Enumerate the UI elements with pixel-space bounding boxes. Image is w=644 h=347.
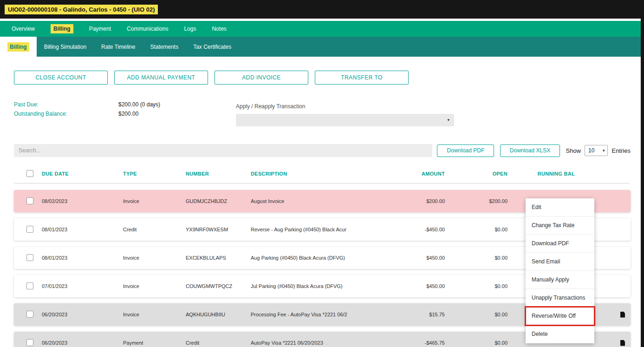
cell-open: $0.00 bbox=[446, 227, 508, 232]
col-due-date: DUE DATE bbox=[42, 171, 123, 177]
menu-item-manually-apply[interactable]: Manually Apply bbox=[526, 271, 594, 289]
subtab-billing-simulation[interactable]: Billing Simulation bbox=[37, 37, 94, 57]
outstanding-balance-label: Outstanding Balance: bbox=[14, 111, 118, 117]
cell-type: Invoice bbox=[123, 312, 186, 317]
menu-item-reverse-write-off[interactable]: Reverse/Write Off bbox=[526, 307, 594, 325]
table-header: DUE DATE TYPE NUMBER DESCRIPTION AMOUNT … bbox=[14, 169, 631, 178]
row-checkbox[interactable] bbox=[26, 282, 33, 289]
note-icon bbox=[620, 340, 625, 346]
main-content: Overview Billing Payment Communications … bbox=[0, 19, 641, 347]
cell-description: AutoPay Visa *2221 06/20/2023 bbox=[251, 340, 381, 346]
cell-amount: $450.00 bbox=[381, 283, 446, 289]
subtab-tax-certificates-label: Tax Certificates bbox=[193, 44, 231, 50]
tab-payment-label: Payment bbox=[89, 26, 111, 32]
cell-type: Invoice bbox=[123, 283, 186, 289]
transfer-to-button[interactable]: TRANSFER TO bbox=[315, 71, 409, 85]
chevron-down-icon: ▾ bbox=[603, 149, 605, 153]
cell-number: COUWGMWTPQCZ bbox=[186, 283, 251, 289]
subtab-billing-simulation-label: Billing Simulation bbox=[44, 44, 86, 50]
subtab-tax-certificates[interactable]: Tax Certificates bbox=[186, 37, 239, 57]
cell-number: GUDMJCZHBJDZ bbox=[186, 198, 251, 204]
apply-reapply-label: Apply / Reapply Transaction bbox=[236, 103, 454, 110]
tab-billing[interactable]: Billing bbox=[45, 21, 79, 37]
cell-type: Invoice bbox=[123, 255, 186, 261]
main-nav: Overview Billing Payment Communications … bbox=[0, 21, 641, 37]
show-label: Show bbox=[566, 147, 581, 154]
cell-amount: $450.00 bbox=[381, 255, 446, 261]
row-checkbox[interactable] bbox=[26, 226, 33, 233]
menu-item-change-tax-rate[interactable]: Change Tax Rate bbox=[526, 216, 594, 235]
menu-item-send-email[interactable]: Send Email bbox=[526, 253, 594, 271]
col-type: TYPE bbox=[123, 171, 186, 177]
close-account-button[interactable]: CLOSE ACCOUNT bbox=[14, 71, 108, 85]
past-due-value: $200.00 (0 days) bbox=[118, 101, 160, 108]
balance-summary: Past Due: $200.00 (0 days) Outstanding B… bbox=[14, 101, 627, 131]
account-title: UIO02-000000108 - Galindo, Carlos - 0450… bbox=[5, 5, 158, 14]
cell-open: $0.00 bbox=[446, 283, 508, 289]
subtab-billing[interactable]: Billing bbox=[0, 37, 37, 57]
tab-communications[interactable]: Communications bbox=[121, 21, 174, 37]
cell-due-date: 06/20/2023 bbox=[42, 312, 123, 317]
cell-description: Processing Fee - AutoPay Visa *2221 06/2 bbox=[251, 312, 381, 317]
entries-label: Entries bbox=[612, 147, 631, 154]
account-actions: CLOSE ACCOUNT ADD MANUAL PAYMENT ADD INV… bbox=[14, 71, 627, 85]
download-xlsx-button[interactable]: Download XLSX bbox=[500, 144, 559, 157]
cell-open: $0.00 bbox=[446, 312, 508, 317]
col-open: OPEN bbox=[446, 171, 508, 177]
download-pdf-button[interactable]: Download PDF bbox=[437, 144, 494, 157]
cell-number: EXCEKBLULAPS bbox=[186, 255, 251, 261]
cell-description: August Invoice bbox=[251, 198, 381, 204]
tab-overview[interactable]: Overview bbox=[6, 21, 40, 37]
tab-notes[interactable]: Notes bbox=[206, 21, 232, 37]
menu-item-edit[interactable]: Edit bbox=[526, 198, 594, 216]
cell-description: Aug Parking (#0450) Black Acura (DFVG) bbox=[251, 255, 381, 261]
tab-notes-label: Notes bbox=[212, 26, 226, 32]
row-checkbox[interactable] bbox=[26, 197, 33, 204]
row-checkbox[interactable] bbox=[26, 254, 33, 261]
cell-type: Payment bbox=[123, 340, 186, 346]
cell-number: YX9NRF0WXESM bbox=[186, 227, 251, 232]
col-amount: AMOUNT bbox=[381, 171, 446, 177]
cell-due-date: 07/01/2023 bbox=[42, 283, 123, 289]
cell-type: Invoice bbox=[123, 198, 186, 204]
tab-communications-label: Communications bbox=[127, 26, 168, 32]
cell-open: $0.00 bbox=[446, 340, 508, 346]
subtab-billing-label: Billing bbox=[7, 42, 29, 52]
billing-sub-nav: Billing Billing Simulation Rate Timeline… bbox=[0, 37, 641, 57]
col-number: NUMBER bbox=[186, 171, 251, 177]
cell-number: Credit bbox=[186, 340, 251, 346]
tab-logs[interactable]: Logs bbox=[178, 21, 202, 37]
entries-per-page-value: 10 bbox=[588, 147, 594, 154]
table-toolbar: Download PDF Download XLSX Show 10 ▾ Ent… bbox=[14, 144, 631, 157]
cell-open: $0.00 bbox=[446, 255, 508, 261]
header-divider bbox=[14, 183, 630, 183]
cell-due-date: 08/02/2023 bbox=[42, 198, 123, 204]
add-manual-payment-button[interactable]: ADD MANUAL PAYMENT bbox=[114, 71, 208, 85]
menu-item-delete[interactable]: Delete bbox=[526, 325, 594, 343]
subtab-statements-label: Statements bbox=[150, 44, 178, 50]
subtab-statements[interactable]: Statements bbox=[143, 37, 186, 57]
past-due-label: Past Due: bbox=[14, 101, 118, 108]
row-checkbox[interactable] bbox=[26, 339, 33, 346]
menu-item-download-pdf[interactable]: Download PDF bbox=[526, 235, 594, 253]
search-input[interactable] bbox=[14, 144, 432, 157]
tab-logs-label: Logs bbox=[184, 26, 196, 32]
cell-amount: $200.00 bbox=[381, 198, 446, 204]
cell-due-date: 08/01/2023 bbox=[42, 227, 123, 232]
tab-overview-label: Overview bbox=[12, 26, 35, 32]
apply-reapply-select[interactable]: ▾ bbox=[236, 114, 454, 126]
select-all-checkbox[interactable] bbox=[26, 170, 33, 177]
tab-payment[interactable]: Payment bbox=[84, 21, 117, 37]
entries-per-page-select[interactable]: 10 ▾ bbox=[585, 145, 607, 156]
apply-reapply-block: Apply / Reapply Transaction ▾ bbox=[236, 103, 454, 126]
row-checkbox[interactable] bbox=[26, 311, 33, 318]
subtab-rate-timeline[interactable]: Rate Timeline bbox=[94, 37, 143, 57]
cell-due-date: 06/20/2023 bbox=[42, 340, 123, 346]
menu-item-unapply-transactions[interactable]: Unapply Transactions bbox=[526, 289, 594, 307]
cell-type: Credit bbox=[123, 227, 186, 232]
chevron-down-icon: ▾ bbox=[447, 118, 449, 122]
cell-amount: -$450.00 bbox=[381, 227, 446, 232]
cell-description: Reverse - Aug Parking (#0450) Black Acur bbox=[251, 227, 381, 232]
add-invoice-button[interactable]: ADD INVOICE bbox=[215, 71, 308, 85]
cell-due-date: 08/01/2023 bbox=[42, 255, 123, 261]
